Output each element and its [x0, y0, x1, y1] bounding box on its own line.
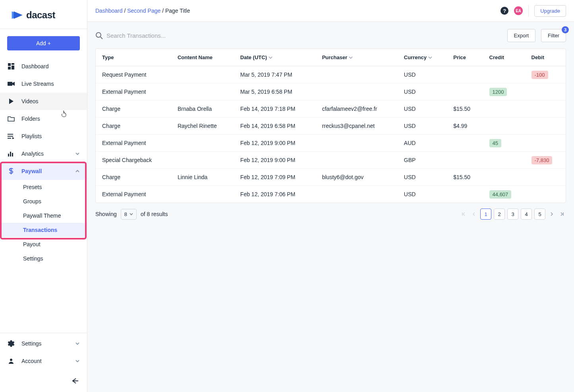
sidebar-item-account[interactable]: Account — [0, 352, 87, 370]
svg-rect-5 — [8, 134, 13, 135]
prev-page-button[interactable] — [470, 209, 478, 220]
col-type: Type — [96, 49, 171, 66]
col-currency[interactable]: Currency — [398, 49, 447, 66]
toolbar: Export Filter 3 — [95, 29, 566, 42]
credit-pill: 44,607 — [489, 190, 512, 199]
cell-type: Charge — [96, 118, 171, 135]
last-page-button[interactable] — [558, 209, 566, 220]
cell-purchaser: cfarfalameev2@free.fr — [316, 100, 398, 118]
sidebar-item-label: Dashboard — [21, 63, 49, 70]
sub-item-transactions[interactable]: Transactions — [0, 223, 87, 237]
cell-debit: -100 — [525, 66, 566, 83]
cell-currency: GBP — [398, 152, 447, 169]
svg-rect-6 — [8, 136, 13, 137]
table-row: External PaymentMar 5, 2019 6:58 PMUSD12… — [96, 83, 566, 100]
per-page-select[interactable]: 8 — [121, 209, 137, 220]
person-icon — [7, 357, 15, 365]
sidebar-item-settings[interactable]: Settings — [0, 335, 87, 352]
logo: dacast — [11, 10, 76, 21]
cell-currency: USD — [398, 83, 447, 100]
table-row: ChargeRaychel RinetteFeb 14, 2019 6:58 P… — [96, 118, 566, 135]
chevron-down-icon — [349, 56, 353, 59]
svg-rect-2 — [12, 66, 14, 70]
sidebar-item-label: Playlists — [21, 133, 42, 139]
cell-debit — [525, 100, 566, 118]
cell-type: Charge — [96, 169, 171, 186]
add-button[interactable]: Add + — [7, 36, 80, 50]
cell-type: External Payment — [96, 135, 171, 152]
sidebar-item-videos[interactable]: Videos — [0, 93, 87, 110]
play-icon — [7, 97, 15, 105]
first-page-button[interactable] — [460, 209, 468, 220]
logo-icon — [11, 10, 24, 21]
col-content: Content Name — [171, 49, 234, 66]
cell-type: Request Payment — [96, 66, 171, 83]
upgrade-button[interactable]: Upgrade — [534, 5, 566, 17]
sidebar-item-label: Account — [21, 358, 42, 364]
page-button[interactable]: 4 — [521, 209, 532, 220]
sidebar-item-paywall[interactable]: Paywall — [0, 162, 87, 180]
logo-text: dacast — [26, 10, 55, 21]
cell-type: Special Chargeback — [96, 152, 171, 169]
col-date[interactable]: Date (UTC) — [234, 49, 316, 66]
cell-credit — [483, 152, 525, 169]
cell-content: Linnie Linda — [171, 169, 234, 186]
dollar-icon — [7, 167, 15, 175]
help-icon[interactable]: ? — [501, 7, 508, 15]
cell-currency: USD — [398, 66, 447, 83]
sub-item-groups[interactable]: Groups — [0, 194, 87, 209]
sub-item-payout[interactable]: Payout — [0, 237, 87, 251]
sidebar-item-folders[interactable]: Folders — [0, 110, 87, 127]
sub-item-theme[interactable]: Paywall Theme — [0, 209, 87, 223]
sub-item-presets[interactable]: Presets — [0, 180, 87, 194]
page-button[interactable]: 3 — [507, 209, 518, 220]
cell-price: $15.50 — [447, 169, 483, 186]
cell-date: Feb 14, 2019 7:18 PM — [234, 100, 316, 118]
breadcrumb-link[interactable]: Dashboard — [95, 8, 123, 14]
cell-debit: -7,830 — [525, 152, 566, 169]
cell-debit — [525, 135, 566, 152]
next-page-button[interactable] — [548, 209, 556, 220]
logo-area: dacast — [0, 0, 87, 29]
sidebar-item-dashboard[interactable]: Dashboard — [0, 58, 87, 75]
table-row: Special ChargebackFeb 12, 2019 9:00 PMGB… — [96, 152, 566, 169]
nav-footer: Settings Account — [0, 333, 87, 370]
col-purchaser[interactable]: Purchaser — [316, 49, 398, 66]
col-debit: Debit — [525, 49, 566, 66]
folder-icon — [7, 115, 15, 123]
sidebar-item-label: Settings — [21, 340, 42, 347]
sidebar-item-livestreams[interactable]: Live Streams — [0, 75, 87, 93]
export-button[interactable]: Export — [507, 29, 536, 42]
credit-pill: 45 — [489, 139, 501, 147]
table-row: ChargeLinnie LindaFeb 12, 2019 7:09 PMbl… — [96, 169, 566, 186]
search-input[interactable] — [106, 32, 226, 39]
cell-purchaser: rreckus3@cpanel.net — [316, 118, 398, 135]
page-button[interactable]: 5 — [534, 209, 545, 220]
breadcrumb-link[interactable]: Second Page — [127, 8, 160, 14]
cell-content — [171, 152, 234, 169]
svg-point-12 — [96, 33, 101, 37]
page-button[interactable]: 2 — [494, 209, 505, 220]
cell-purchaser — [316, 66, 398, 83]
collapse-sidebar-icon[interactable] — [71, 378, 79, 384]
cell-credit — [483, 66, 525, 83]
svg-rect-0 — [8, 63, 11, 66]
cell-price: $4.99 — [447, 118, 483, 135]
sub-item-settings[interactable]: Settings — [0, 251, 87, 266]
chart-icon — [7, 150, 15, 158]
svg-rect-7 — [8, 138, 11, 139]
sidebar-item-playlists[interactable]: Playlists — [0, 127, 87, 145]
filter-badge: 3 — [562, 26, 569, 33]
debit-pill: -7,830 — [531, 156, 553, 164]
avatar[interactable]: EA — [514, 6, 523, 15]
sidebar-item-analytics[interactable]: Analytics — [0, 145, 87, 162]
of-results: of 8 results — [141, 211, 168, 217]
page-button[interactable]: 1 — [480, 209, 491, 220]
cell-credit: 44,607 — [483, 186, 525, 203]
cell-debit — [525, 169, 566, 186]
cell-type: External Payment — [96, 83, 171, 100]
cell-credit — [483, 100, 525, 118]
paywall-submenu: Presets Groups Paywall Theme Transaction… — [0, 180, 87, 266]
header-right: ? EA Upgrade — [501, 5, 566, 17]
cell-price — [447, 83, 483, 100]
